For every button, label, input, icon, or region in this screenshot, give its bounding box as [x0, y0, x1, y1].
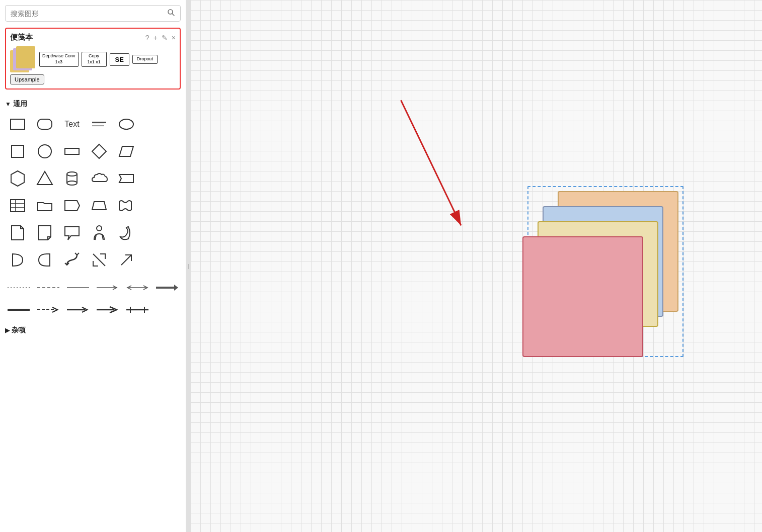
canvas-shape-4[interactable]: [522, 236, 643, 357]
line-crosshatch[interactable]: [123, 300, 151, 320]
shape-rounded-left[interactable]: [32, 247, 57, 273]
search-input[interactable]: [11, 10, 167, 18]
shape-note[interactable]: [32, 220, 57, 245]
page-layer-3: [16, 46, 35, 68]
shape-crescent[interactable]: [114, 220, 139, 245]
shape-empty4: [141, 193, 166, 218]
shape-heading[interactable]: [87, 112, 112, 137]
notepad-actions: ? + ✎ ×: [145, 34, 176, 42]
shape-small-rect[interactable]: [59, 139, 85, 164]
notepad-edit-icon[interactable]: ✎: [162, 34, 168, 42]
notepad-upsample[interactable]: Upsample: [10, 72, 176, 84]
svg-point-6: [38, 145, 51, 158]
svg-line-1: [172, 14, 174, 16]
notepad-stacked-pages[interactable]: [10, 46, 36, 72]
general-section-title: 通用: [13, 100, 27, 109]
misc-expand-icon: ▶: [5, 327, 10, 334]
shape-hexagon[interactable]: [5, 166, 30, 191]
shape-diamond[interactable]: [87, 139, 112, 164]
canvas: [190, 0, 762, 532]
svg-rect-16: [11, 200, 25, 212]
shape-circle[interactable]: [32, 139, 57, 164]
shape-rounded-rectangle[interactable]: [32, 112, 57, 137]
line-arrow[interactable]: [94, 278, 121, 298]
notepad-dropout[interactable]: Dropout: [132, 55, 158, 64]
line-thick-dashed-arrow[interactable]: [35, 300, 62, 320]
svg-rect-7: [65, 148, 79, 154]
heading-line-3: [92, 125, 104, 126]
line-dashed[interactable]: [35, 278, 62, 298]
shapes-grid: Text: [5, 112, 181, 273]
search-bar: [5, 5, 181, 22]
notepad-add-icon[interactable]: +: [154, 34, 158, 42]
shape-d-shape[interactable]: [5, 247, 30, 273]
divider-handle[interactable]: ||: [186, 0, 190, 532]
svg-rect-5: [12, 145, 24, 157]
shape-rectangle[interactable]: [5, 112, 30, 137]
shape-document[interactable]: [5, 220, 30, 245]
shape-cylinder[interactable]: [59, 166, 85, 191]
section-header-misc[interactable]: ▶ 杂项: [5, 326, 181, 335]
shape-callout[interactable]: [59, 220, 85, 245]
notepad-copy[interactable]: Copy1x1 x1: [82, 52, 107, 66]
svg-rect-2: [11, 119, 25, 129]
notepad-help-icon[interactable]: ?: [145, 34, 149, 42]
shape-double-arrow[interactable]: [87, 247, 112, 273]
line-thick-solid[interactable]: [5, 300, 33, 320]
notepad-section: 便笺本 ? + ✎ × Depthwise Conv1x3 Copy1x1 x1: [5, 28, 181, 90]
lines-row-2: [5, 300, 181, 320]
shape-empty5: [141, 220, 166, 245]
line-thick-arrow[interactable]: [64, 300, 92, 320]
svg-marker-10: [11, 171, 24, 186]
svg-marker-8: [92, 144, 106, 158]
shape-text[interactable]: Text: [59, 112, 85, 137]
shape-trapezoid[interactable]: [87, 193, 112, 218]
svg-point-22: [97, 226, 102, 231]
shape-cloud[interactable]: [87, 166, 112, 191]
general-expand-icon: ▼: [5, 101, 11, 108]
line-thick-long-arrow[interactable]: [94, 300, 121, 320]
upsample-label: Upsample: [10, 74, 44, 84]
notepad-close-icon[interactable]: ×: [172, 34, 176, 42]
line-dotted[interactable]: [5, 278, 33, 298]
shape-parallelogram[interactable]: [114, 139, 139, 164]
shape-ribbon[interactable]: [114, 166, 139, 191]
heading-line-4: [92, 127, 104, 127]
shape-ellipse[interactable]: [114, 112, 139, 137]
dropout-label: Dropout: [132, 55, 158, 64]
svg-marker-20: [65, 201, 80, 211]
shape-person[interactable]: [87, 220, 112, 245]
depthwise-conv-label: Depthwise Conv1x3: [39, 52, 79, 66]
heading-line-2: [92, 124, 104, 124]
notepad-title: 便笺本: [10, 33, 33, 42]
notepad-depthwise-conv[interactable]: Depthwise Conv1x3: [39, 52, 79, 66]
shape-empty3: [141, 166, 166, 191]
notepad-header: 便笺本 ? + ✎ ×: [10, 33, 176, 42]
section-header-general[interactable]: ▼ 通用: [5, 100, 181, 109]
line-solid[interactable]: [64, 278, 92, 298]
notepad-se[interactable]: SE: [110, 53, 129, 66]
misc-section-title: 杂项: [12, 326, 26, 335]
shape-folder[interactable]: [32, 193, 57, 218]
shape-s-curve[interactable]: [59, 247, 85, 273]
line-block-arrow[interactable]: [153, 278, 181, 298]
shape-empty7: [153, 300, 181, 320]
shape-triangle[interactable]: [32, 166, 57, 191]
svg-marker-32: [174, 285, 178, 291]
shape-arrow-ne[interactable]: [114, 247, 139, 273]
svg-point-4: [119, 119, 133, 129]
svg-marker-11: [37, 171, 52, 185]
svg-rect-31: [156, 287, 174, 289]
notepad-shapes: Depthwise Conv1x3 Copy1x1 x1 SE Dropout: [10, 46, 176, 72]
svg-point-15: [67, 181, 77, 185]
svg-point-12: [67, 172, 77, 176]
se-label: SE: [110, 53, 129, 66]
shape-square[interactable]: [5, 139, 30, 164]
shape-wave[interactable]: [114, 193, 139, 218]
shape-empty6: [141, 247, 166, 273]
shape-pentagon-arrow[interactable]: [59, 193, 85, 218]
shape-table[interactable]: [5, 193, 30, 218]
text-label: Text: [64, 120, 79, 129]
heading-line-1: [92, 122, 106, 123]
line-double-arrow[interactable]: [123, 278, 151, 298]
